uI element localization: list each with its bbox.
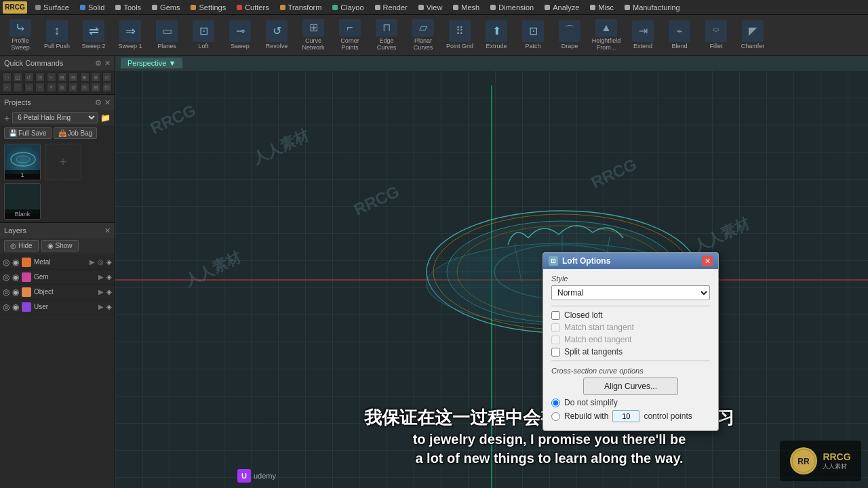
rebuild-with-radio[interactable] — [551, 412, 560, 421]
toolbar-sweep1[interactable]: ⇒ Sweep 1 — [113, 18, 148, 53]
rebuild-value-input[interactable] — [612, 410, 639, 422]
layer-expand-icon[interactable]: ▶ — [98, 303, 104, 310]
layer-visibility-icon[interactable]: ◎ — [3, 258, 9, 267]
toolbar-patch[interactable]: ⊡ Patch — [515, 18, 551, 53]
layer-expand-icon[interactable]: ▶ — [98, 288, 104, 296]
qc-btn-9[interactable]: ⊗ — [91, 73, 100, 82]
menu-settings[interactable]: Settings — [185, 2, 231, 13]
toolbar-pull-push[interactable]: ↕ Pull Push — [39, 18, 75, 53]
menu-cutters[interactable]: Cutters — [231, 2, 274, 13]
quick-commands-settings-icon[interactable]: ⚙ — [95, 59, 102, 68]
toolbar-edge-curves[interactable]: ⊓ Edge Curves — [369, 18, 404, 53]
full-save-button[interactable]: 💾 Full Save — [4, 127, 52, 139]
split-tangents-checkbox[interactable] — [551, 348, 560, 357]
toolbar-revolve[interactable]: ↺ Revolve — [259, 18, 294, 53]
layer-visibility-icon[interactable]: ◎ — [3, 302, 9, 312]
style-dropdown[interactable]: Normal — [551, 285, 710, 300]
project-folder-icon[interactable]: 📁 — [100, 113, 111, 123]
viewport[interactable]: Perspective ▼ — [115, 56, 868, 488]
layer-visibility-icon[interactable]: ◎ — [3, 272, 9, 282]
toolbar-sweep[interactable]: ⊸ Sweep — [222, 18, 258, 53]
qc-btn-12[interactable]: ⌒ — [13, 83, 22, 92]
qc-btn-2[interactable]: ◱ — [13, 73, 22, 82]
toolbar-extend[interactable]: ⇥ Extend — [625, 18, 660, 53]
layer-row-user[interactable]: ◎ ◉ User ▶ ◈ — [0, 300, 115, 314]
toolbar-planes[interactable]: ▭ Planes — [149, 18, 184, 53]
layer-row-gem[interactable]: ◎ ◉ Gem ▶ ◈ — [0, 270, 115, 285]
qc-btn-13[interactable]: ⌓ — [24, 83, 34, 92]
qc-btn-20[interactable]: ⊡ — [102, 83, 112, 92]
menu-analyze[interactable]: Analyze — [539, 2, 585, 13]
layer-options-icon[interactable]: ◎ — [98, 258, 104, 266]
toolbar-loft[interactable]: ⊡ Loft — [186, 18, 221, 53]
qc-btn-16[interactable]: ⊛ — [58, 83, 67, 92]
menu-dimension[interactable]: Dimension — [485, 2, 539, 13]
projects-close-icon[interactable]: ✕ — [104, 98, 111, 107]
job-bag-button[interactable]: 👜 Job Bag — [54, 127, 98, 139]
qc-btn-3[interactable]: ↺ — [24, 73, 34, 82]
quick-commands-close-icon[interactable]: ✕ — [104, 59, 111, 68]
qc-btn-17[interactable]: ⊜ — [68, 83, 78, 92]
toolbar-extrude[interactable]: ⬆ Extrude — [479, 18, 514, 53]
layers-close-icon[interactable]: ✕ — [104, 226, 111, 235]
layer-lock-icon[interactable]: ◉ — [12, 287, 19, 297]
qc-btn-14[interactable]: ⌔ — [35, 83, 45, 92]
menu-mesh[interactable]: Mesh — [448, 2, 485, 13]
layer-visibility-icon[interactable]: ◎ — [3, 287, 9, 297]
thumbnail-blank[interactable]: Blank — [4, 183, 41, 220]
menu-clayoo[interactable]: Clayoo — [327, 2, 369, 13]
menu-gems[interactable]: Gems — [146, 2, 185, 13]
layer-row-object[interactable]: ◎ ◉ Object ▶ ◈ — [0, 285, 115, 300]
qc-btn-8[interactable]: ⊕ — [80, 73, 90, 82]
dialog-close-button[interactable]: ✕ — [702, 256, 713, 266]
qc-btn-6[interactable]: ⊞ — [58, 73, 67, 82]
menu-render[interactable]: Render — [370, 2, 413, 13]
project-select[interactable]: 6 Petal Halo Ring — [12, 112, 98, 123]
toolbar-chamfer[interactable]: ◤ Chamfer — [735, 18, 770, 53]
closed-loft-checkbox[interactable] — [551, 311, 560, 320]
layer-lock-icon[interactable]: ◉ — [12, 272, 19, 282]
toolbar-heightfield[interactable]: ▲ Heightfield From... — [589, 18, 624, 53]
viewport-tab-perspective[interactable]: Perspective ▼ — [121, 58, 182, 68]
menu-transform[interactable]: Transform — [275, 2, 328, 13]
hide-button[interactable]: ◎ Hide — [4, 240, 39, 251]
toolbar-profile-sweep[interactable]: ⤷ Profile Sweep — [3, 18, 38, 53]
qc-btn-15[interactable]: ⌖ — [47, 83, 56, 92]
toolbar-drape[interactable]: ⌒ Drape — [552, 18, 587, 53]
toolbar-curve-network[interactable]: ⊞ Curve Network — [296, 18, 331, 53]
control-points-label: control points — [644, 411, 692, 421]
viewport-dropdown-icon[interactable]: ▼ — [169, 59, 176, 67]
menu-manufacturing[interactable]: Manufacturing — [619, 2, 686, 13]
qc-btn-11[interactable]: ⌐ — [2, 83, 12, 92]
qc-btn-7[interactable]: ⊟ — [68, 73, 78, 82]
menu-tools[interactable]: Tools — [110, 2, 146, 13]
project-add-button[interactable]: + — [4, 113, 9, 123]
toolbar-blend[interactable]: ⌁ Blend — [662, 18, 697, 53]
menu-misc[interactable]: Misc — [585, 2, 619, 13]
menu-solid[interactable]: Solid — [75, 2, 110, 13]
show-button[interactable]: ◉ Show — [41, 240, 79, 251]
layer-lock-icon[interactable]: ◉ — [12, 258, 19, 267]
toolbar-corner-points[interactable]: ⌐ Corner Points — [332, 18, 368, 53]
qc-btn-10[interactable]: ⊙ — [102, 73, 112, 82]
qc-btn-18[interactable]: ⊝ — [80, 83, 90, 92]
toolbar-sweep2[interactable]: ⇌ Sweep 2 — [76, 18, 111, 53]
qc-btn-19[interactable]: ⊞ — [91, 83, 100, 92]
layer-expand-icon[interactable]: ▶ — [98, 273, 104, 281]
qc-btn-1[interactable]: □ — [2, 73, 12, 82]
qc-btn-4[interactable]: ⊡ — [35, 73, 45, 82]
do-not-simplify-radio[interactable] — [551, 399, 560, 407]
layer-row-metal[interactable]: ◎ ◉ Metal ▶ ◎ ◈ — [0, 255, 115, 270]
projects-settings-icon[interactable]: ⚙ — [95, 98, 102, 107]
thumbnail-1[interactable]: 1 — [4, 144, 41, 180]
toolbar-fillet[interactable]: ⌔ Fillet — [698, 18, 734, 53]
toolbar-planar-curves[interactable]: ▱ Planar Curves — [406, 18, 441, 53]
menu-view[interactable]: View — [413, 2, 448, 13]
layer-expand-icon[interactable]: ▶ — [90, 258, 95, 266]
align-curves-button[interactable]: Align Curves... — [583, 378, 678, 395]
thumbnail-add-button[interactable]: + — [45, 144, 81, 180]
qc-btn-5[interactable]: ⤷ — [47, 73, 56, 82]
layer-lock-icon[interactable]: ◉ — [12, 302, 19, 312]
menu-surface[interactable]: Surface — [30, 2, 75, 13]
toolbar-point-grid[interactable]: ⠿ Point Grid — [442, 18, 477, 53]
